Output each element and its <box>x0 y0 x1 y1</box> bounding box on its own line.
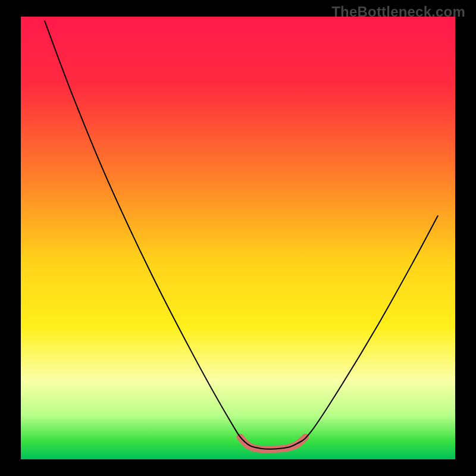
bottleneck-chart <box>0 0 476 476</box>
plot-background <box>21 17 455 459</box>
watermark-text: TheBottleneck.com <box>331 4 465 20</box>
chart-frame: TheBottleneck.com <box>0 0 476 476</box>
